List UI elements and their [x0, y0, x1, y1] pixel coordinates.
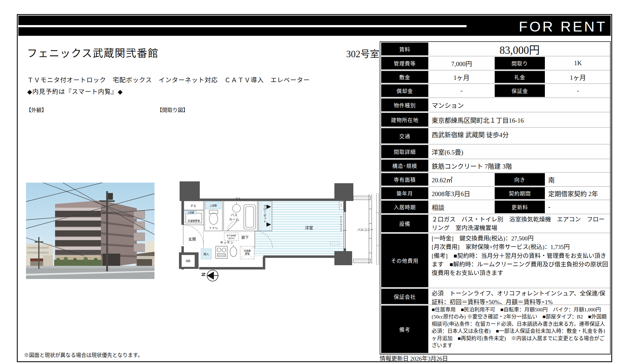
curtain-box-label: カーテンボックス [340, 216, 342, 232]
other-costs-value: [一時金] 鍵交換費用(税込)：27,500円 [月次費用] 家財保険+付帯サー… [429, 233, 610, 288]
closet-label: クローゼット [263, 205, 266, 223]
guarantor-company-value: 必須 トーシンライフ、オリコフォレントインシュア、全保連/保証料：初回＝賃料等×… [429, 288, 610, 305]
address-value: 東京都練馬区関町北１丁目16-16 [429, 112, 610, 128]
western-room-label: 洋室 [305, 225, 313, 230]
header-banner: FOR RENT [18, 16, 611, 36]
amortization-label-cell: 償却金 [380, 84, 429, 98]
rent-label-cell: 賃料 [380, 42, 429, 56]
key-money-value: 1ヶ月 [546, 70, 610, 84]
north-compass-icon: N [201, 270, 218, 281]
floor-storage-label-2: 〈扉のみ〉 [227, 237, 236, 240]
bath-label-2: ルーム [229, 217, 239, 221]
feature-line-1: ＴＶモニタ付オートロック 宅配ボックス インターネット対応 ＣＡＴＶ導入 エレベ… [27, 75, 310, 84]
hall-label: 廊下 [241, 235, 249, 240]
access-label-cell: 交通 [380, 128, 429, 144]
flyer-frame: FOR RENT フェニックス武蔵関弐番館 302号室 ＴＶモニタ付オートロック… [17, 14, 612, 362]
fridge-label-1: 冷蔵庫 [244, 249, 251, 252]
move-in-label-cell: 入居時期 [380, 200, 429, 214]
management-fee-label-cell: 管理費等 [380, 56, 429, 70]
layout-detail-label-cell: 間取詳細 [380, 144, 429, 159]
utility-partitions [184, 201, 203, 254]
room-window [343, 212, 347, 248]
exterior-photo [26, 183, 154, 279]
layout-detail-value: 洋室(6.5畳) [429, 144, 610, 159]
rent-value: 83,000円 [429, 42, 610, 56]
renewal-fee-label-cell: 更新料 [494, 200, 546, 214]
facing-value: 南 [546, 173, 610, 187]
ps-room-label: PS [340, 203, 342, 207]
built-date-value: 2008年3月6日 [429, 187, 494, 200]
ps-left-label: PS [191, 204, 196, 208]
floorplan-section-label: 【間取り図】 [157, 106, 188, 113]
other-costs-label-cell: その他費用 [380, 233, 429, 288]
feature-line-2: ◆内見予約は『スマート内覧』◆ [27, 87, 123, 96]
guarantee-deposit-value: - [546, 84, 610, 98]
svg-text:N: N [201, 273, 206, 276]
disclaimer-note: ※図面と現状が異なる場合は現状優先となります。 [24, 351, 143, 358]
toilet-label: トイレ [209, 226, 218, 230]
floor-storage-label-1: 床下収納庫 [227, 234, 236, 237]
move-in-value: 相談 [429, 200, 494, 214]
contract-period-label-cell: 契約期間 [494, 187, 546, 200]
room-number: 302号室 [293, 46, 379, 60]
renewal-fee-value: - [546, 200, 610, 214]
structure-label-cell: 構造･規模 [380, 159, 429, 173]
building-name: フェニックス武蔵関弐番館 [27, 45, 159, 60]
floor-area-value: 20.62㎡ [429, 173, 494, 187]
property-type-value: マンション [429, 98, 610, 112]
kitchen-label: キッチン [220, 241, 233, 244]
equipment-value: ２口ガス バス・トイレ別 浴室換気乾燥機 エアコン フローリング 室内洗濯機置場 [429, 214, 610, 233]
upper-shelf-1-label: 上部棚 [210, 204, 217, 207]
contract-period-value: 定期借家契約 2年 [546, 187, 610, 200]
ps-bath-label: ＰＳ [235, 197, 240, 200]
floor-area-label-cell: 専有面積 [380, 173, 429, 187]
mb-label: MB [186, 259, 191, 263]
info-updated-date: 情報更新日 2026年3月26日 [380, 354, 448, 362]
kitchen-sink [230, 245, 237, 257]
amortization-value: - [429, 84, 494, 98]
spec-table: 賃料 83,000円 管理費等 7,000円 間取り 1K 敷金 1ヶ月 礼金 … [380, 41, 611, 355]
floor-plan: MB PS 上部棚 洗濯機置場 玄関 踏入 上部棚 トイレ [173, 179, 380, 286]
guarantor-company-label-cell: 保証会社 [380, 288, 429, 305]
kitchen-stove [216, 246, 227, 258]
balcony-label: バルコニー [357, 228, 373, 232]
remarks-label-cell: 備考 [380, 305, 429, 354]
layout-label-cell: 間取り [494, 56, 546, 70]
access-value: 西武新宿線 武蔵関 徒歩4分 [429, 128, 610, 144]
floor-storage [224, 233, 238, 241]
genkan-label: 玄関 [188, 237, 196, 242]
deposit-value: 1ヶ月 [429, 70, 494, 84]
key-money-label-cell: 礼金 [494, 70, 546, 84]
guarantee-deposit-label-cell: 保証金 [494, 84, 546, 98]
facing-label-cell: 向き [494, 173, 546, 187]
bathroom [224, 201, 257, 231]
fridge-label-2: 置場 [245, 252, 250, 255]
structure-value: 鉄筋コンクリート 7階建 3階 [429, 159, 610, 173]
banner-stripe [18, 25, 467, 27]
entry-step-label: 踏入 [203, 252, 209, 256]
photo-main-building [54, 200, 145, 268]
upper-shelf-2-label: 上部棚 [187, 211, 194, 214]
laundry-label: 洗濯機置場 [188, 219, 200, 222]
for-rent-title: FOR RENT [519, 17, 607, 36]
entry-door [183, 225, 203, 245]
photo-street [26, 266, 154, 279]
equipment-label-cell: 設備 [380, 214, 429, 233]
deposit-label-cell: 敷金 [380, 70, 429, 84]
built-date-label-cell: 築年月 [380, 187, 429, 200]
management-fee-value: 7,000円 [429, 56, 494, 70]
exterior-section-label: 【外観】 [26, 106, 47, 113]
layout-value: 1K [546, 56, 610, 70]
remarks-value: ■住居専用 ■民泊利用不可 ■自転車：月額500円 バイク：月額1,000円(5… [429, 305, 610, 354]
property-type-label-cell: 物件種別 [380, 98, 429, 112]
bath-label-1: バス [231, 213, 237, 217]
address-label-cell: 建物所在地 [380, 112, 429, 128]
